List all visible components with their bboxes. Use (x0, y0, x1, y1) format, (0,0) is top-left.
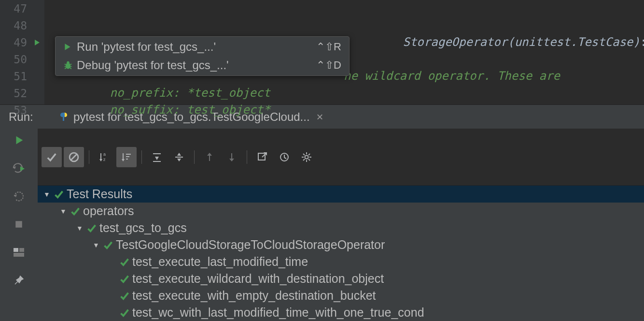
check-icon (120, 291, 129, 301)
shortcut: ⌃⇧D (316, 59, 341, 72)
check-icon (103, 240, 113, 250)
rerun-failed-button[interactable] (9, 187, 28, 206)
svg-text:z: z (103, 157, 106, 162)
bug-icon (63, 60, 77, 70)
line-number: 50 (0, 53, 30, 66)
show-ignored-button[interactable] (64, 147, 84, 167)
svg-marker-30 (155, 157, 159, 160)
svg-line-53 (308, 154, 310, 155)
svg-line-8 (65, 68, 66, 69)
menu-run[interactable]: Run 'pytest for test_gcs_...' ⌃⇧R (56, 38, 349, 56)
svg-point-3 (67, 61, 70, 64)
check-icon (87, 223, 97, 233)
svg-rect-26 (126, 154, 131, 155)
tree-leaf[interactable]: test_execute_with_empty_destination_buck… (38, 287, 644, 304)
settings-button[interactable] (296, 147, 317, 167)
tree-node-root[interactable]: ▼ Test Results (38, 186, 644, 203)
shortcut: ⌃⇧R (316, 41, 341, 53)
tree-leaf[interactable]: test_wc_with_last_modified_time_with_one… (38, 304, 644, 321)
svg-marker-10 (16, 136, 23, 145)
sort-duration-button[interactable] (116, 147, 137, 167)
line-number: 51 (0, 70, 30, 83)
line-number: 48 (0, 19, 30, 32)
toggle-auto-test-button[interactable] (9, 159, 28, 178)
line-number: 52 (0, 87, 30, 100)
rerun-button[interactable] (9, 131, 28, 150)
svg-marker-25 (122, 159, 125, 161)
svg-marker-23 (99, 159, 102, 161)
svg-line-9 (70, 68, 71, 69)
chevron-down-icon[interactable]: ▼ (59, 207, 68, 215)
prev-failed-button[interactable] (199, 147, 220, 167)
tree-node[interactable]: ▼ operators (38, 203, 644, 219)
check-icon (54, 190, 64, 199)
show-passed-button[interactable] (42, 147, 62, 167)
play-icon (63, 43, 77, 51)
check-icon (120, 274, 129, 284)
svg-line-5 (70, 64, 72, 65)
svg-rect-16 (19, 248, 24, 252)
stop-button[interactable] (9, 215, 28, 234)
sort-alpha-button[interactable]: az (94, 147, 114, 167)
context-menu: Run 'pytest for test_gcs_...' ⌃⇧R Debug … (55, 36, 350, 76)
tree-node[interactable]: ▼ test_gcs_to_gcs (38, 219, 644, 236)
tree-leaf[interactable]: test_execute_wildcard_with_destination_o… (38, 270, 644, 287)
svg-line-19 (71, 154, 77, 160)
line-number: 47 (0, 2, 30, 15)
tree-leaf[interactable]: test_execute_last_modified_time (38, 253, 644, 270)
history-button[interactable] (274, 147, 294, 167)
svg-marker-34 (177, 159, 181, 161)
svg-text:a: a (103, 152, 106, 157)
svg-rect-17 (14, 253, 24, 257)
check-icon (120, 308, 129, 318)
expand-all-button[interactable] (147, 147, 167, 167)
chevron-down-icon[interactable]: ▼ (75, 224, 84, 232)
run-left-toolbar (0, 129, 38, 321)
check-icon (70, 206, 80, 216)
layout-button[interactable] (9, 243, 28, 262)
next-failed-button[interactable] (222, 147, 242, 167)
svg-marker-0 (35, 40, 40, 45)
svg-rect-39 (258, 153, 265, 160)
svg-line-4 (65, 64, 67, 65)
chevron-down-icon[interactable]: ▼ (92, 241, 100, 249)
svg-rect-27 (126, 156, 129, 157)
menu-debug[interactable]: Debug 'pytest for test_gcs_...' ⌃⇧D (56, 56, 349, 74)
svg-rect-14 (15, 221, 22, 228)
svg-marker-33 (177, 153, 181, 156)
gutter: 47 48 49 50 51 52 53 (0, 0, 44, 104)
chevron-down-icon[interactable]: ▼ (42, 190, 51, 198)
run-gutter-icon[interactable] (30, 39, 44, 46)
tree-node[interactable]: ▼ TestGoogleCloudStorageToCloudStorageOp… (38, 236, 644, 253)
collapse-all-button[interactable] (169, 147, 189, 167)
svg-line-44 (284, 158, 286, 159)
results-toolbar: az (38, 129, 644, 186)
svg-rect-15 (14, 248, 18, 252)
svg-line-52 (303, 159, 305, 160)
test-results-tree: ▼ Test Results ▼ operators ▼ test_gcs_to… (38, 186, 644, 321)
svg-line-50 (303, 154, 305, 155)
svg-line-51 (308, 159, 310, 160)
pin-button[interactable] (9, 271, 28, 290)
export-button[interactable] (252, 147, 272, 167)
line-number: 49 (0, 36, 30, 49)
svg-marker-36 (207, 153, 212, 156)
svg-marker-38 (229, 159, 234, 161)
check-icon (120, 257, 129, 267)
svg-rect-28 (126, 159, 128, 160)
svg-point-45 (305, 155, 308, 159)
svg-marker-1 (65, 44, 70, 50)
